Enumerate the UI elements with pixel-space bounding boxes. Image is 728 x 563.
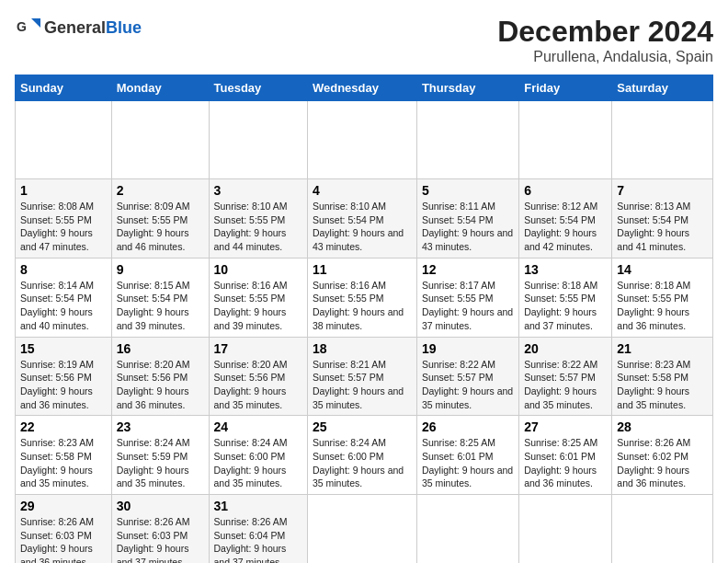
col-header-tuesday: Tuesday [209, 75, 307, 101]
day-cell-1: 1Sunrise: 8:08 AM Sunset: 5:55 PM Daylig… [16, 179, 112, 259]
day-cell-26: 26Sunrise: 8:25 AM Sunset: 6:01 PM Dayli… [416, 416, 518, 495]
day-info: Sunrise: 8:10 AM Sunset: 5:55 PM Dayligh… [214, 200, 302, 254]
day-info: Sunrise: 8:20 AM Sunset: 5:56 PM Dayligh… [214, 358, 302, 412]
col-header-friday: Friday [519, 75, 612, 101]
day-number: 16 [117, 341, 204, 356]
title-area: December 2024 Purullena, Andalusia, Spai… [497, 15, 713, 65]
day-number: 31 [214, 499, 302, 513]
day-cell-empty [519, 101, 612, 179]
day-cell-empty [519, 495, 612, 564]
day-info: Sunrise: 8:17 AM Sunset: 5:55 PM Dayligh… [422, 279, 514, 333]
day-cell-27: 27Sunrise: 8:25 AM Sunset: 6:01 PM Dayli… [519, 416, 612, 495]
logo: G GeneralBlue [15, 15, 142, 40]
day-cell-2: 2Sunrise: 8:09 AM Sunset: 5:55 PM Daylig… [111, 179, 209, 259]
day-number: 18 [313, 341, 412, 356]
day-number: 17 [214, 341, 302, 356]
day-number: 19 [422, 341, 514, 356]
day-info: Sunrise: 8:20 AM Sunset: 5:56 PM Dayligh… [117, 358, 204, 412]
day-cell-23: 23Sunrise: 8:24 AM Sunset: 5:59 PM Dayli… [111, 416, 209, 495]
day-number: 21 [617, 341, 708, 356]
day-cell-24: 24Sunrise: 8:24 AM Sunset: 6:00 PM Dayli… [209, 416, 307, 495]
day-cell-empty [111, 101, 209, 179]
day-cell-20: 20Sunrise: 8:22 AM Sunset: 5:57 PM Dayli… [519, 337, 612, 416]
logo-general: General [44, 18, 106, 37]
day-cell-11: 11Sunrise: 8:16 AM Sunset: 5:55 PM Dayli… [307, 258, 416, 337]
day-info: Sunrise: 8:26 AM Sunset: 6:03 PM Dayligh… [20, 515, 107, 563]
day-cell-17: 17Sunrise: 8:20 AM Sunset: 5:56 PM Dayli… [209, 337, 307, 416]
day-info: Sunrise: 8:15 AM Sunset: 5:54 PM Dayligh… [117, 279, 204, 333]
week-row-5: 29Sunrise: 8:26 AM Sunset: 6:03 PM Dayli… [16, 495, 713, 564]
day-cell-6: 6Sunrise: 8:12 AM Sunset: 5:54 PM Daylig… [519, 179, 612, 259]
day-number: 2 [117, 183, 204, 198]
day-number: 26 [422, 419, 514, 434]
day-cell-empty [209, 101, 307, 179]
day-cell-empty [307, 495, 416, 564]
day-cell-30: 30Sunrise: 8:26 AM Sunset: 6:03 PM Dayli… [111, 495, 209, 564]
day-cell-empty [16, 101, 112, 179]
day-info: Sunrise: 8:24 AM Sunset: 6:00 PM Dayligh… [214, 436, 302, 490]
subtitle: Purullena, Andalusia, Spain [497, 49, 713, 65]
day-info: Sunrise: 8:23 AM Sunset: 5:58 PM Dayligh… [617, 358, 708, 412]
day-cell-8: 8Sunrise: 8:14 AM Sunset: 5:54 PM Daylig… [16, 258, 112, 337]
day-number: 7 [617, 183, 708, 198]
day-number: 27 [524, 419, 607, 434]
day-info: Sunrise: 8:24 AM Sunset: 5:59 PM Dayligh… [117, 436, 204, 490]
day-cell-empty [416, 101, 518, 179]
day-number: 9 [117, 262, 204, 277]
day-cell-empty [612, 101, 713, 179]
day-cell-13: 13Sunrise: 8:18 AM Sunset: 5:55 PM Dayli… [519, 258, 612, 337]
header: G GeneralBlue December 2024 Purullena, A… [15, 15, 713, 65]
day-info: Sunrise: 8:22 AM Sunset: 5:57 PM Dayligh… [524, 358, 607, 412]
day-number: 30 [117, 499, 204, 513]
day-info: Sunrise: 8:12 AM Sunset: 5:54 PM Dayligh… [524, 200, 607, 254]
main-title: December 2024 [497, 15, 713, 49]
day-info: Sunrise: 8:16 AM Sunset: 5:55 PM Dayligh… [313, 279, 412, 333]
day-cell-19: 19Sunrise: 8:22 AM Sunset: 5:57 PM Dayli… [416, 337, 518, 416]
day-info: Sunrise: 8:08 AM Sunset: 5:55 PM Dayligh… [20, 200, 107, 254]
day-number: 10 [214, 262, 302, 277]
day-number: 29 [20, 499, 107, 513]
col-header-saturday: Saturday [612, 75, 713, 101]
day-info: Sunrise: 8:13 AM Sunset: 5:54 PM Dayligh… [617, 200, 708, 254]
day-cell-28: 28Sunrise: 8:26 AM Sunset: 6:02 PM Dayli… [612, 416, 713, 495]
calendar-table: SundayMondayTuesdayWednesdayThursdayFrid… [15, 75, 713, 563]
day-info: Sunrise: 8:21 AM Sunset: 5:57 PM Dayligh… [313, 358, 412, 412]
col-header-sunday: Sunday [16, 75, 112, 101]
col-header-monday: Monday [111, 75, 209, 101]
day-info: Sunrise: 8:24 AM Sunset: 6:00 PM Dayligh… [313, 436, 412, 490]
day-number: 14 [617, 262, 708, 277]
day-number: 4 [313, 183, 412, 198]
week-row-4: 22Sunrise: 8:23 AM Sunset: 5:58 PM Dayli… [16, 416, 713, 495]
day-cell-5: 5Sunrise: 8:11 AM Sunset: 5:54 PM Daylig… [416, 179, 518, 259]
day-cell-10: 10Sunrise: 8:16 AM Sunset: 5:55 PM Dayli… [209, 258, 307, 337]
col-header-thursday: Thursday [416, 75, 518, 101]
day-cell-22: 22Sunrise: 8:23 AM Sunset: 5:58 PM Dayli… [16, 416, 112, 495]
day-cell-29: 29Sunrise: 8:26 AM Sunset: 6:03 PM Dayli… [16, 495, 112, 564]
day-info: Sunrise: 8:23 AM Sunset: 5:58 PM Dayligh… [20, 436, 107, 490]
week-row-2: 8Sunrise: 8:14 AM Sunset: 5:54 PM Daylig… [16, 258, 713, 337]
day-info: Sunrise: 8:10 AM Sunset: 5:54 PM Dayligh… [313, 200, 412, 254]
day-number: 6 [524, 183, 607, 198]
day-number: 1 [20, 183, 107, 198]
col-header-wednesday: Wednesday [307, 75, 416, 101]
day-cell-9: 9Sunrise: 8:15 AM Sunset: 5:54 PM Daylig… [111, 258, 209, 337]
header-row: SundayMondayTuesdayWednesdayThursdayFrid… [16, 75, 713, 101]
day-cell-14: 14Sunrise: 8:18 AM Sunset: 5:55 PM Dayli… [612, 258, 713, 337]
day-cell-12: 12Sunrise: 8:17 AM Sunset: 5:55 PM Dayli… [416, 258, 518, 337]
day-cell-16: 16Sunrise: 8:20 AM Sunset: 5:56 PM Dayli… [111, 337, 209, 416]
day-info: Sunrise: 8:25 AM Sunset: 6:01 PM Dayligh… [524, 436, 607, 490]
svg-marker-1 [31, 18, 40, 28]
day-cell-3: 3Sunrise: 8:10 AM Sunset: 5:55 PM Daylig… [209, 179, 307, 259]
day-info: Sunrise: 8:18 AM Sunset: 5:55 PM Dayligh… [524, 279, 607, 333]
day-cell-7: 7Sunrise: 8:13 AM Sunset: 5:54 PM Daylig… [612, 179, 713, 259]
day-cell-31: 31Sunrise: 8:26 AM Sunset: 6:04 PM Dayli… [209, 495, 307, 564]
day-cell-18: 18Sunrise: 8:21 AM Sunset: 5:57 PM Dayli… [307, 337, 416, 416]
day-number: 25 [313, 419, 412, 434]
day-cell-15: 15Sunrise: 8:19 AM Sunset: 5:56 PM Dayli… [16, 337, 112, 416]
day-info: Sunrise: 8:26 AM Sunset: 6:02 PM Dayligh… [617, 436, 708, 490]
day-number: 5 [422, 183, 514, 198]
day-number: 28 [617, 419, 708, 434]
day-info: Sunrise: 8:09 AM Sunset: 5:55 PM Dayligh… [117, 200, 204, 254]
day-number: 22 [20, 419, 107, 434]
day-info: Sunrise: 8:26 AM Sunset: 6:04 PM Dayligh… [214, 515, 302, 563]
